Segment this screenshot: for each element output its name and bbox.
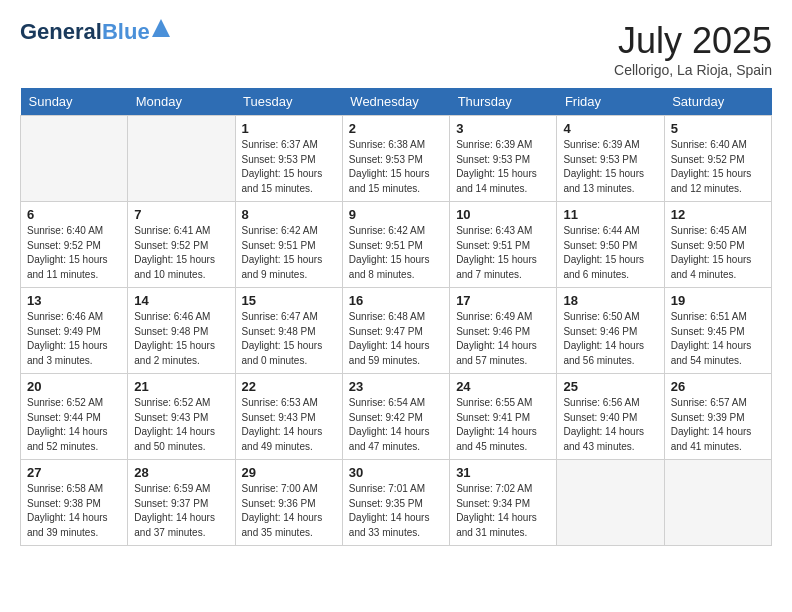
calendar-cell: 29Sunrise: 7:00 AMSunset: 9:36 PMDayligh…	[235, 460, 342, 546]
day-number: 19	[671, 293, 765, 308]
day-info: Sunrise: 6:52 AMSunset: 9:44 PMDaylight:…	[27, 396, 121, 454]
day-number: 29	[242, 465, 336, 480]
calendar-week-row: 1Sunrise: 6:37 AMSunset: 9:53 PMDaylight…	[21, 116, 772, 202]
calendar-cell: 19Sunrise: 6:51 AMSunset: 9:45 PMDayligh…	[664, 288, 771, 374]
calendar-cell: 4Sunrise: 6:39 AMSunset: 9:53 PMDaylight…	[557, 116, 664, 202]
calendar-cell: 17Sunrise: 6:49 AMSunset: 9:46 PMDayligh…	[450, 288, 557, 374]
logo-text: GeneralBlue	[20, 20, 150, 44]
weekday-header: Monday	[128, 88, 235, 116]
day-number: 10	[456, 207, 550, 222]
weekday-header: Friday	[557, 88, 664, 116]
day-number: 26	[671, 379, 765, 394]
calendar-week-row: 20Sunrise: 6:52 AMSunset: 9:44 PMDayligh…	[21, 374, 772, 460]
calendar-week-row: 6Sunrise: 6:40 AMSunset: 9:52 PMDaylight…	[21, 202, 772, 288]
day-info: Sunrise: 6:40 AMSunset: 9:52 PMDaylight:…	[27, 224, 121, 282]
day-number: 11	[563, 207, 657, 222]
day-number: 12	[671, 207, 765, 222]
month-title: July 2025	[614, 20, 772, 62]
calendar-cell: 3Sunrise: 6:39 AMSunset: 9:53 PMDaylight…	[450, 116, 557, 202]
calendar-cell: 7Sunrise: 6:41 AMSunset: 9:52 PMDaylight…	[128, 202, 235, 288]
calendar-cell: 13Sunrise: 6:46 AMSunset: 9:49 PMDayligh…	[21, 288, 128, 374]
day-info: Sunrise: 6:43 AMSunset: 9:51 PMDaylight:…	[456, 224, 550, 282]
calendar-cell: 15Sunrise: 6:47 AMSunset: 9:48 PMDayligh…	[235, 288, 342, 374]
calendar-cell: 1Sunrise: 6:37 AMSunset: 9:53 PMDaylight…	[235, 116, 342, 202]
weekday-header: Sunday	[21, 88, 128, 116]
day-number: 14	[134, 293, 228, 308]
day-number: 28	[134, 465, 228, 480]
day-number: 25	[563, 379, 657, 394]
calendar-cell: 12Sunrise: 6:45 AMSunset: 9:50 PMDayligh…	[664, 202, 771, 288]
svg-marker-0	[152, 19, 170, 37]
logo: GeneralBlue	[20, 20, 170, 44]
day-info: Sunrise: 6:49 AMSunset: 9:46 PMDaylight:…	[456, 310, 550, 368]
calendar-cell: 16Sunrise: 6:48 AMSunset: 9:47 PMDayligh…	[342, 288, 449, 374]
day-number: 20	[27, 379, 121, 394]
day-info: Sunrise: 6:52 AMSunset: 9:43 PMDaylight:…	[134, 396, 228, 454]
calendar-cell	[664, 460, 771, 546]
calendar-cell: 18Sunrise: 6:50 AMSunset: 9:46 PMDayligh…	[557, 288, 664, 374]
day-number: 24	[456, 379, 550, 394]
day-info: Sunrise: 6:47 AMSunset: 9:48 PMDaylight:…	[242, 310, 336, 368]
day-number: 17	[456, 293, 550, 308]
day-number: 23	[349, 379, 443, 394]
day-number: 21	[134, 379, 228, 394]
calendar-cell	[128, 116, 235, 202]
calendar-cell: 30Sunrise: 7:01 AMSunset: 9:35 PMDayligh…	[342, 460, 449, 546]
calendar-cell: 20Sunrise: 6:52 AMSunset: 9:44 PMDayligh…	[21, 374, 128, 460]
weekday-header: Tuesday	[235, 88, 342, 116]
calendar-cell: 6Sunrise: 6:40 AMSunset: 9:52 PMDaylight…	[21, 202, 128, 288]
calendar-table: SundayMondayTuesdayWednesdayThursdayFrid…	[20, 88, 772, 546]
location: Cellorigo, La Rioja, Spain	[614, 62, 772, 78]
day-number: 15	[242, 293, 336, 308]
calendar-cell: 27Sunrise: 6:58 AMSunset: 9:38 PMDayligh…	[21, 460, 128, 546]
day-info: Sunrise: 6:42 AMSunset: 9:51 PMDaylight:…	[349, 224, 443, 282]
calendar-cell	[557, 460, 664, 546]
day-number: 30	[349, 465, 443, 480]
calendar-cell: 8Sunrise: 6:42 AMSunset: 9:51 PMDaylight…	[235, 202, 342, 288]
weekday-header: Wednesday	[342, 88, 449, 116]
calendar-cell: 25Sunrise: 6:56 AMSunset: 9:40 PMDayligh…	[557, 374, 664, 460]
day-info: Sunrise: 6:50 AMSunset: 9:46 PMDaylight:…	[563, 310, 657, 368]
day-info: Sunrise: 7:01 AMSunset: 9:35 PMDaylight:…	[349, 482, 443, 540]
calendar-cell: 26Sunrise: 6:57 AMSunset: 9:39 PMDayligh…	[664, 374, 771, 460]
calendar-cell: 11Sunrise: 6:44 AMSunset: 9:50 PMDayligh…	[557, 202, 664, 288]
weekday-header: Thursday	[450, 88, 557, 116]
day-number: 13	[27, 293, 121, 308]
calendar-cell: 24Sunrise: 6:55 AMSunset: 9:41 PMDayligh…	[450, 374, 557, 460]
day-info: Sunrise: 6:51 AMSunset: 9:45 PMDaylight:…	[671, 310, 765, 368]
day-info: Sunrise: 6:40 AMSunset: 9:52 PMDaylight:…	[671, 138, 765, 196]
day-info: Sunrise: 6:59 AMSunset: 9:37 PMDaylight:…	[134, 482, 228, 540]
calendar-cell: 21Sunrise: 6:52 AMSunset: 9:43 PMDayligh…	[128, 374, 235, 460]
day-number: 18	[563, 293, 657, 308]
calendar-cell	[21, 116, 128, 202]
calendar-cell: 5Sunrise: 6:40 AMSunset: 9:52 PMDaylight…	[664, 116, 771, 202]
calendar-header-row: SundayMondayTuesdayWednesdayThursdayFrid…	[21, 88, 772, 116]
day-number: 6	[27, 207, 121, 222]
day-number: 5	[671, 121, 765, 136]
calendar-week-row: 27Sunrise: 6:58 AMSunset: 9:38 PMDayligh…	[21, 460, 772, 546]
day-number: 4	[563, 121, 657, 136]
calendar-cell: 2Sunrise: 6:38 AMSunset: 9:53 PMDaylight…	[342, 116, 449, 202]
page-header: GeneralBlue July 2025 Cellorigo, La Rioj…	[20, 20, 772, 78]
day-number: 2	[349, 121, 443, 136]
day-info: Sunrise: 6:44 AMSunset: 9:50 PMDaylight:…	[563, 224, 657, 282]
calendar-cell: 23Sunrise: 6:54 AMSunset: 9:42 PMDayligh…	[342, 374, 449, 460]
logo-icon	[152, 19, 170, 37]
day-info: Sunrise: 6:37 AMSunset: 9:53 PMDaylight:…	[242, 138, 336, 196]
day-number: 16	[349, 293, 443, 308]
day-number: 22	[242, 379, 336, 394]
calendar-cell: 10Sunrise: 6:43 AMSunset: 9:51 PMDayligh…	[450, 202, 557, 288]
day-info: Sunrise: 6:55 AMSunset: 9:41 PMDaylight:…	[456, 396, 550, 454]
day-number: 27	[27, 465, 121, 480]
day-info: Sunrise: 6:58 AMSunset: 9:38 PMDaylight:…	[27, 482, 121, 540]
day-number: 8	[242, 207, 336, 222]
day-info: Sunrise: 6:56 AMSunset: 9:40 PMDaylight:…	[563, 396, 657, 454]
calendar-body: 1Sunrise: 6:37 AMSunset: 9:53 PMDaylight…	[21, 116, 772, 546]
title-block: July 2025 Cellorigo, La Rioja, Spain	[614, 20, 772, 78]
day-number: 9	[349, 207, 443, 222]
day-info: Sunrise: 7:02 AMSunset: 9:34 PMDaylight:…	[456, 482, 550, 540]
day-info: Sunrise: 6:41 AMSunset: 9:52 PMDaylight:…	[134, 224, 228, 282]
day-info: Sunrise: 6:53 AMSunset: 9:43 PMDaylight:…	[242, 396, 336, 454]
day-info: Sunrise: 7:00 AMSunset: 9:36 PMDaylight:…	[242, 482, 336, 540]
calendar-week-row: 13Sunrise: 6:46 AMSunset: 9:49 PMDayligh…	[21, 288, 772, 374]
